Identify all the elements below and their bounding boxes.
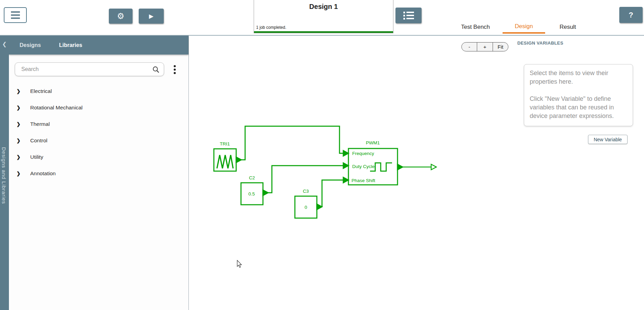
main-menu-button[interactable] [4,7,27,23]
top-toolbar: ⚙ ▶ Design 1 1 job completed. Test Bench… [0,0,644,36]
play-icon: ▶ [149,13,153,20]
tab-result[interactable]: Result [553,21,582,34]
chevron-right-icon: ❯ [16,138,21,143]
design-variables-title: DESIGN VARIABLES [517,40,563,46]
block-label: C3 [303,189,309,194]
block-c3[interactable]: C3 0 [295,189,322,218]
triangle-wave-icon [217,155,233,168]
run-simulation-button[interactable]: ▶ [139,9,164,24]
block-label: TRI1 [220,141,230,146]
output-port-arrow [263,190,268,195]
output-port-arrow [317,204,322,210]
sidebar-panel: Designs Libraries ❯ Electrical ❯ Rotatio [9,36,189,310]
properties-hint-box: Select the items to view their propertie… [524,64,633,126]
sidebar-tab-designs[interactable]: Designs [20,36,41,55]
job-list-button[interactable] [395,8,422,23]
job-status-text: 1 job completed. [256,25,286,30]
tree-item-electrical[interactable]: ❯ Electrical [9,83,188,99]
tab-design[interactable]: Design [503,21,545,34]
app-window: ⚙ ▶ Design 1 1 job completed. Test Bench… [0,0,644,310]
chevron-right-icon: ❯ [16,154,21,160]
hint-line-1: Select the items to view their propertie… [530,69,627,86]
tree-item-utility[interactable]: ❯ Utility [9,149,188,165]
question-mark-icon: ? [629,11,633,20]
search-input[interactable] [15,63,164,76]
block-value: 0.5 [249,191,255,196]
help-button[interactable]: ? [619,7,643,23]
library-tree: ❯ Electrical ❯ Rotational Mechanical ❯ T… [9,83,188,182]
port-label-phase-shift: Phase Shift [352,178,375,183]
sidebar-collapse-strip: ❮ Designs and Libraries [0,36,9,310]
tree-item-thermal[interactable]: ❯ Thermal [9,116,188,132]
sidebar-header: Designs Libraries [9,36,188,55]
tab-test-bench[interactable]: Test Bench [453,21,498,34]
tree-item-control[interactable]: ❯ Control [9,132,188,149]
list-icon [403,12,414,20]
block-label: PWM1 [366,140,380,145]
sidebar-vertical-label: Designs and Libraries [1,147,7,204]
wire-c2-to-duty-cycle[interactable] [268,163,348,193]
port-label-duty-cycle: Duty Cycle [352,164,375,169]
library-search-box [15,62,164,76]
open-arrow-terminal [431,164,436,170]
chevron-right-icon: ❯ [16,105,21,110]
hint-line-2: Click "New Variable" to define variables… [530,95,627,120]
block-label: C2 [249,175,255,180]
tree-item-rotational-mechanical[interactable]: ❯ Rotational Mechanical [9,99,188,116]
new-variable-button[interactable]: New Variable [588,135,628,144]
output-port-arrow [236,157,241,163]
search-icon [152,66,160,73]
tree-item-annotation[interactable]: ❯ Annotation [9,165,188,182]
port-label-frequency: Frequency [352,151,374,156]
chevron-right-icon: ❯ [16,121,21,127]
wire-pwm1-output[interactable] [403,164,436,170]
settings-button[interactable]: ⚙ [109,9,133,24]
chevron-right-icon: ❯ [16,171,21,176]
wire-c3-to-phase-shift[interactable] [322,177,348,207]
chevron-right-icon: ❯ [16,88,21,94]
chevron-left-icon[interactable]: ❮ [0,39,9,49]
schematic-editor-canvas[interactable]: TRI1 C2 0.5 [189,36,644,310]
output-port-arrow [398,164,403,170]
wire-tri1-to-frequency[interactable] [241,126,348,160]
more-options-icon[interactable] [171,64,179,75]
zoom-out-button[interactable]: - [462,43,477,51]
zoom-controls: - + Fit [461,42,508,51]
zoom-fit-button[interactable]: Fit [493,43,508,51]
job-progress-bar [254,31,393,33]
design-title: Design 1 [254,3,393,11]
block-tri1[interactable]: TRI1 [214,141,241,171]
block-c2[interactable]: C2 0.5 [241,175,268,205]
design-status-panel: Design 1 1 job completed. [254,0,393,33]
block-value: 0 [304,205,307,210]
gear-icon: ⚙ [117,11,125,21]
hamburger-icon [11,11,20,13]
zoom-in-button[interactable]: + [477,43,492,51]
block-pwm1[interactable]: PWM1 Frequency Duty Cycle Phase Shift [348,140,403,185]
sidebar-tab-libraries[interactable]: Libraries [59,36,82,55]
